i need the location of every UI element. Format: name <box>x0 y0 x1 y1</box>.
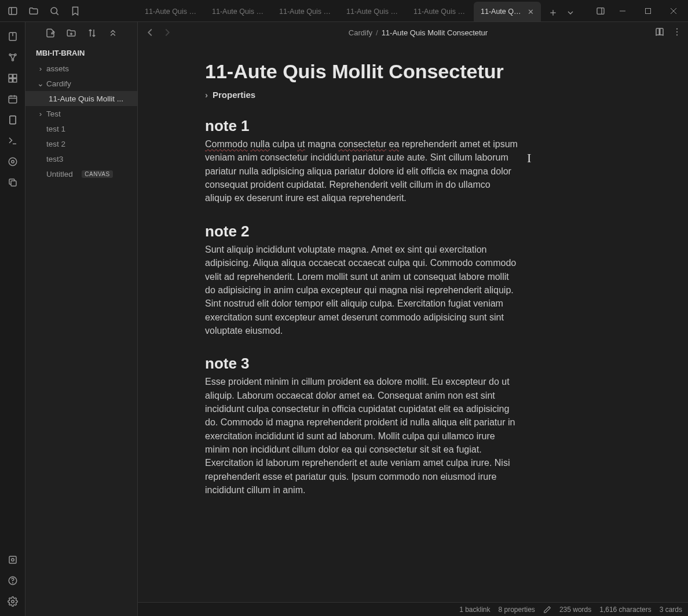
new-folder-icon[interactable] <box>65 27 77 39</box>
tab-dropdown-button[interactable] <box>562 4 579 21</box>
svg-point-34 <box>12 582 13 583</box>
plugin-icon[interactable] <box>4 153 21 170</box>
editor-pane: Cardify / 11-Aute Quis Mollit Consectetu… <box>138 22 688 616</box>
file-tree: ›assets ⌄Cardify 11-Aute Quis Mollit ...… <box>25 61 137 181</box>
window-close-button[interactable] <box>661 1 686 21</box>
spell-word: consectetur <box>338 139 386 149</box>
tree-file[interactable]: test 1 <box>25 121 137 136</box>
expand-sidebar-right-icon[interactable] <box>592 2 609 20</box>
title-bar: 11-Aute Quis M... 11-Aute Quis M... 11-A… <box>0 0 688 22</box>
svg-rect-6 <box>597 8 604 14</box>
templates-icon[interactable] <box>4 111 21 129</box>
new-note-icon[interactable] <box>45 27 56 39</box>
svg-rect-18 <box>13 74 16 78</box>
tree-folder-test[interactable]: ›Test <box>25 106 137 121</box>
window-controls <box>590 1 688 21</box>
svg-line-3 <box>56 13 58 14</box>
window-minimize-button[interactable] <box>610 1 635 21</box>
tree-folder-assets[interactable]: ›assets <box>25 61 137 76</box>
settings-icon[interactable] <box>4 593 21 610</box>
chevron-down-icon: ⌄ <box>37 79 44 88</box>
tab[interactable]: 11-Aute Quis M... <box>272 2 339 21</box>
tab[interactable]: 11-Aute Quis M... <box>205 2 272 21</box>
folder-icon[interactable] <box>24 2 43 20</box>
svg-point-16 <box>12 59 13 61</box>
nav-forward-icon[interactable] <box>161 26 174 39</box>
svg-point-35 <box>11 600 14 603</box>
editor-body[interactable]: 11-Aute Quis Mollit Consectetur › Proper… <box>138 43 688 602</box>
collapse-all-icon[interactable] <box>107 27 119 39</box>
section-heading[interactable]: note 2 <box>205 223 653 240</box>
svg-rect-9 <box>646 8 651 13</box>
tab[interactable]: 11-Aute Quis M... <box>407 2 474 21</box>
breadcrumb-separator: / <box>376 28 378 37</box>
note-paragraph[interactable]: CommodoCommodo nulla culpa ut magna cons… <box>205 137 518 205</box>
search-icon[interactable] <box>45 2 64 20</box>
tab-active[interactable]: 11-Aute Qui... ✕ <box>474 2 541 21</box>
svg-rect-30 <box>11 181 16 186</box>
tree-label: test3 <box>46 155 63 163</box>
status-bar: 1 backlink 8 properties 235 words 1,616 … <box>138 602 688 616</box>
tree-label: Test <box>46 110 61 118</box>
titlebar-left-tools <box>0 2 138 20</box>
svg-rect-26 <box>9 116 16 124</box>
sort-icon[interactable] <box>86 27 98 39</box>
status-properties[interactable]: 8 properties <box>499 606 535 614</box>
daily-note-icon[interactable] <box>4 90 21 108</box>
graph-icon[interactable] <box>4 49 21 66</box>
tab-label: 11-Aute Qui... <box>481 8 524 16</box>
svg-rect-0 <box>9 8 17 14</box>
tab-label: 11-Aute Quis M... <box>346 8 400 16</box>
tree-file[interactable]: test 2 <box>25 136 137 151</box>
reading-view-icon[interactable] <box>654 27 665 39</box>
text-cursor-icon: I <box>527 151 531 166</box>
note-paragraph[interactable]: Esse proident minim in cillum proident e… <box>205 375 518 497</box>
left-ribbon <box>0 22 25 616</box>
help-icon[interactable] <box>4 572 21 589</box>
tree-file-active[interactable]: 11-Aute Quis Mollit ... <box>25 91 137 106</box>
note-title[interactable]: 11-Aute Quis Mollit Consectetur <box>205 60 653 83</box>
tree-file[interactable]: test3 <box>25 151 137 166</box>
svg-rect-19 <box>9 79 12 82</box>
tab[interactable]: 11-Aute Quis M... <box>138 2 205 21</box>
copy-icon[interactable] <box>4 174 21 191</box>
command-palette-icon[interactable] <box>4 132 21 150</box>
status-words[interactable]: 235 words <box>559 606 591 614</box>
more-options-icon[interactable] <box>672 27 682 39</box>
status-cards[interactable]: 3 cards <box>660 606 682 614</box>
tree-label: 11-Aute Quis Mollit ... <box>49 94 123 103</box>
close-icon[interactable]: ✕ <box>528 8 534 16</box>
collapse-sidebar-icon[interactable] <box>3 2 22 20</box>
svg-point-29 <box>11 161 14 163</box>
section-heading[interactable]: note 3 <box>205 355 653 373</box>
canvas-icon[interactable] <box>4 70 21 87</box>
tree-label: Cardify <box>46 79 71 88</box>
vault-icon[interactable] <box>4 551 21 568</box>
tab[interactable]: 11-Aute Quis M... <box>339 2 407 21</box>
file-explorer: MBI-IT-BRAIN ›assets ⌄Cardify 11-Aute Qu… <box>25 22 138 616</box>
tree-file-canvas[interactable]: Untitled CANVAS <box>25 166 137 181</box>
tree-folder-cardify[interactable]: ⌄Cardify <box>25 76 137 91</box>
note-paragraph[interactable]: Sunt aliquip incididunt voluptate magna.… <box>205 243 518 338</box>
properties-toggle[interactable]: › Properties <box>205 90 653 100</box>
status-chars[interactable]: 1,616 characters <box>599 606 651 614</box>
section-heading[interactable]: note 1 <box>205 117 653 135</box>
tab-label: 11-Aute Quis M... <box>279 8 332 16</box>
breadcrumb-current[interactable]: 11-Aute Quis Mollit Consectetur <box>382 28 488 37</box>
tab-label: 11-Aute Quis M... <box>145 8 198 16</box>
chevron-right-icon: › <box>37 64 44 73</box>
edit-mode-icon[interactable] <box>543 606 551 614</box>
svg-point-32 <box>11 559 14 562</box>
file-toolbar <box>25 22 137 44</box>
breadcrumb-parent[interactable]: Cardify <box>349 28 372 37</box>
nav-back-icon[interactable] <box>144 26 156 39</box>
bookmark-icon[interactable] <box>66 2 85 20</box>
status-backlinks[interactable]: 1 backlink <box>459 606 490 614</box>
vault-title: MBI-IT-BRAIN <box>25 44 137 61</box>
svg-point-38 <box>676 28 678 29</box>
svg-rect-31 <box>9 556 16 563</box>
quick-switcher-icon[interactable] <box>4 28 21 45</box>
tab-label: 11-Aute Quis M... <box>212 8 265 16</box>
new-tab-button[interactable] <box>544 4 562 21</box>
window-maximize-button[interactable] <box>636 1 660 21</box>
